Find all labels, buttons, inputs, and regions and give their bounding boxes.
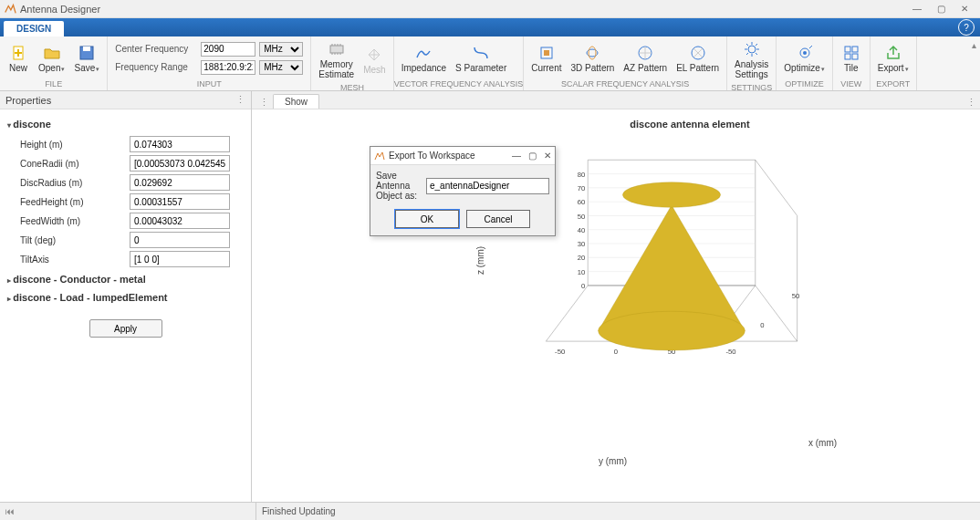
svg-text:10: 10 xyxy=(578,268,585,276)
center-freq-input[interactable] xyxy=(201,42,255,57)
svg-point-12 xyxy=(803,51,807,55)
mesh-button[interactable]: Mesh xyxy=(360,44,389,77)
coneradii-input[interactable] xyxy=(130,155,230,172)
freq-range-unit[interactable]: MHz xyxy=(259,60,303,75)
group-label-file: FILE xyxy=(0,79,107,90)
az-pattern-button[interactable]: AZ Pattern xyxy=(620,42,671,75)
height-input[interactable] xyxy=(130,136,230,152)
group-label-optimize: OPTIMIZE xyxy=(777,79,831,90)
az-icon xyxy=(636,44,654,62)
view-menu-icon[interactable]: ⋮ xyxy=(255,97,273,109)
prop-label: DiscRadius (m) xyxy=(20,178,130,188)
antenna-geometry xyxy=(599,182,745,350)
svg-rect-13 xyxy=(845,47,850,52)
export-button[interactable]: Export xyxy=(874,42,912,75)
dialog-cancel-button[interactable]: Cancel xyxy=(466,210,530,228)
optimize-button[interactable]: Optimize xyxy=(780,42,828,75)
dialog-close-icon[interactable]: ✕ xyxy=(544,151,551,161)
feedwidth-input[interactable] xyxy=(130,213,230,229)
tile-button[interactable]: Tile xyxy=(837,42,866,75)
properties-header: Properties ⋮ xyxy=(0,91,251,109)
pattern3d-button[interactable]: 3D Pattern xyxy=(568,42,619,75)
help-button[interactable]: ? xyxy=(958,19,975,36)
pattern3d-icon xyxy=(583,44,601,62)
maximize-button[interactable]: ▢ xyxy=(929,1,953,17)
open-button[interactable]: Open xyxy=(35,42,68,75)
group-vfa: Impedance S Parameter VECTOR FREQUENCY A… xyxy=(394,36,525,90)
svg-rect-2 xyxy=(83,47,90,51)
dialog-maximize-icon[interactable]: ▢ xyxy=(528,151,537,161)
section-load[interactable]: discone - Load - lumpedElement xyxy=(7,288,244,307)
minimize-button[interactable]: — xyxy=(905,1,929,17)
section-discone[interactable]: discone xyxy=(7,115,244,133)
zlabel: z (mm) xyxy=(475,246,485,275)
collapse-ribbon-icon[interactable]: ▴ xyxy=(972,40,976,50)
group-label-vfa: VECTOR FREQUENCY ANALYSIS xyxy=(394,79,524,90)
statusbar-left-icon[interactable]: ⏮ xyxy=(5,506,15,516)
close-button[interactable]: ✕ xyxy=(953,1,976,17)
svg-rect-14 xyxy=(852,47,858,52)
view-panel: ⋮ Show ⋮ discone antenna element xyxy=(252,91,980,502)
impedance-button[interactable]: Impedance xyxy=(398,42,450,75)
svg-text:80: 80 xyxy=(578,171,585,179)
svg-text:0: 0 xyxy=(581,282,585,290)
analysis-settings-button[interactable]: Analysis Settings xyxy=(731,38,772,81)
dialog-ok-button[interactable]: OK xyxy=(395,210,459,228)
prop-label: Height (m) xyxy=(20,140,130,150)
svg-rect-5 xyxy=(544,50,549,56)
view-tabs: ⋮ Show ⋮ xyxy=(252,91,980,109)
dialog-minimize-icon[interactable]: — xyxy=(512,151,521,161)
matlab-logo-icon xyxy=(4,3,16,16)
view-options-icon[interactable]: ⋮ xyxy=(963,97,980,109)
el-pattern-button[interactable]: EL Pattern xyxy=(672,42,723,75)
discradius-input[interactable] xyxy=(130,174,230,191)
freq-range-input[interactable] xyxy=(201,60,255,75)
sparam-button[interactable]: S Parameter xyxy=(452,42,510,75)
save-button[interactable]: Save xyxy=(70,42,103,75)
group-view: Tile VIEW xyxy=(833,36,871,90)
svg-text:60: 60 xyxy=(578,198,585,206)
apply-button[interactable]: Apply xyxy=(89,319,162,338)
ylabel: y (mm) xyxy=(599,456,627,466)
export-dialog: Export To Workspace — ▢ ✕ Save Antenna O… xyxy=(370,146,556,236)
center-freq-unit[interactable]: MHz xyxy=(259,42,303,57)
dialog-title: Export To Workspace xyxy=(389,151,475,161)
mesh-icon xyxy=(365,46,383,64)
feedheight-input[interactable] xyxy=(130,193,230,210)
properties-menu-icon[interactable]: ⋮ xyxy=(235,94,245,106)
svg-point-10 xyxy=(748,46,756,53)
toolstrip: New Open Save FILE Center Frequency MHz … xyxy=(0,36,980,91)
plot-title: discone antenna element xyxy=(416,119,964,130)
tab-show[interactable]: Show xyxy=(273,94,319,109)
dialog-label: Save Antenna Object as: xyxy=(376,171,422,201)
svg-point-40 xyxy=(599,311,745,350)
tile-icon xyxy=(842,44,860,62)
matlab-logo-icon xyxy=(374,151,385,161)
titlebar: Antenna Designer — ▢ ✕ xyxy=(0,0,980,18)
new-button[interactable]: New xyxy=(4,42,33,75)
prop-row: FeedHeight (m) xyxy=(20,193,244,210)
prop-label: Tilt (deg) xyxy=(20,235,130,245)
group-sfa: Current 3D Pattern AZ Pattern EL Pattern… xyxy=(524,36,727,90)
dialog-name-input[interactable] xyxy=(426,178,549,194)
svg-text:20: 20 xyxy=(578,254,585,262)
svg-text:50: 50 xyxy=(792,292,799,300)
optimize-icon xyxy=(796,44,814,62)
prop-row: FeedWidth (m) xyxy=(20,213,244,229)
status-text: Finished Updating xyxy=(256,506,336,516)
section-conductor[interactable]: discone - Conductor - metal xyxy=(7,270,244,288)
current-button[interactable]: Current xyxy=(527,42,565,75)
svg-rect-15 xyxy=(845,54,850,59)
memory-icon xyxy=(328,40,346,58)
svg-rect-3 xyxy=(330,46,343,53)
tiltaxis-input[interactable] xyxy=(130,251,230,267)
new-icon xyxy=(9,44,27,62)
group-label-export: EXPORT xyxy=(871,79,916,90)
tab-design[interactable]: DESIGN xyxy=(4,21,64,36)
center-freq-label: Center Frequency xyxy=(115,44,197,54)
tilt-input[interactable] xyxy=(130,232,230,248)
prop-row: Tilt (deg) xyxy=(20,232,244,248)
freq-range-label: Frequency Range xyxy=(115,62,197,72)
prop-row: TiltAxis xyxy=(20,251,244,267)
memory-estimate-button[interactable]: Memory Estimate xyxy=(315,38,358,81)
